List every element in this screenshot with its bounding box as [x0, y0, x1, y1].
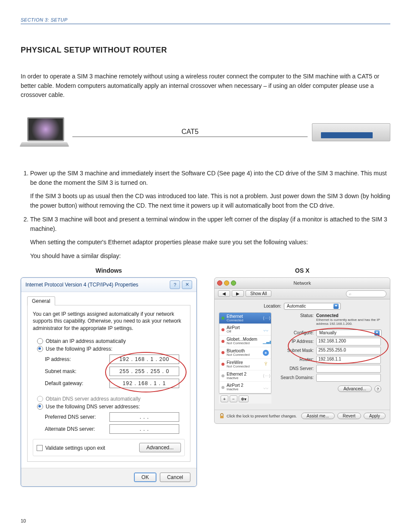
configure-select[interactable]: Manually: [316, 330, 382, 336]
osx-ip-label: IP Address:: [275, 339, 314, 344]
chevron-down-icon: [333, 304, 339, 309]
default-gateway-label: Default gateway:: [45, 380, 109, 386]
step-2-text-c: You should have a similar display:: [30, 252, 390, 261]
revert-button[interactable]: Revert: [337, 413, 361, 419]
windows-dialog-title: Internet Protocol Version 4 (TCP/IPv4) P…: [25, 282, 138, 288]
connection-diagram: CAT5: [21, 117, 390, 147]
osx-advanced-button[interactable]: Advanced...: [338, 386, 372, 392]
default-gateway-input[interactable]: 192 . 168 . 1 . 1: [109, 379, 179, 388]
step-2-text-a: The SIM 3 machine will boot and present …: [30, 216, 387, 232]
radio-auto-ip[interactable]: Obtain an IP address automatically: [37, 338, 185, 344]
validate-label: Validate settings upon exit: [45, 445, 105, 451]
firewire-icon: Ÿ: [263, 362, 269, 367]
gear-menu-button[interactable]: ✻▾: [239, 395, 249, 402]
sidebar-item-sub: Not Connected: [227, 365, 261, 369]
validate-checkbox-row[interactable]: Validate settings upon exit: [37, 445, 105, 451]
lock-icon[interactable]: [219, 413, 225, 419]
osx-heading: OS X: [214, 267, 390, 274]
assist-me-button[interactable]: Assist me...: [301, 413, 335, 419]
sidebar-item-airport[interactable]: AirPort Off ⌵⌵: [219, 324, 271, 336]
sidebar-item-sub: Off: [227, 330, 261, 334]
configure-label: Configure:: [275, 330, 314, 335]
step-2: The SIM 3 machine will boot and present …: [30, 215, 390, 261]
sidebar-item-modem[interactable]: Globet...Modem Not Connected ▁▃▅: [219, 336, 271, 347]
preferred-dns-input[interactable]: . . .: [109, 412, 179, 422]
intro-paragraph: In order to operate a SIM 3 machine remo…: [21, 72, 390, 100]
osx-dns-label: DNS Server:: [275, 366, 314, 371]
radio-icon: [37, 338, 43, 344]
status-dot-icon: [221, 363, 224, 366]
osx-ip-input[interactable]: 192.168.1.200: [316, 338, 381, 345]
windows-heading: Windows: [21, 267, 197, 274]
sidebar-item-bluetooth[interactable]: Bluetooth Not Connected ∗: [219, 347, 271, 359]
osx-window-title: Network: [215, 280, 390, 286]
sidebar-item-ethernet2[interactable]: Ethernet 2 Inactive ⟨⋯⟩: [219, 370, 271, 382]
radio-use-ip-label: Use the following IP address:: [46, 346, 112, 352]
ok-button[interactable]: OK: [134, 473, 156, 482]
alternate-dns-input[interactable]: . . .: [109, 424, 179, 434]
tab-general[interactable]: General: [27, 296, 55, 305]
osx-router-label: Router:: [275, 357, 314, 362]
radio-use-ip[interactable]: Use the following IP address:: [37, 346, 185, 352]
sidebar-item-sub: Connected: [227, 319, 261, 323]
search-icon: ⌕: [349, 292, 351, 296]
sidebar-item-firewire[interactable]: FireWire Not Connected Ÿ: [219, 359, 271, 370]
bluetooth-icon: ∗: [263, 350, 269, 356]
osx-sidebar: Ethernet Connected ⟨⋯⟩ AirPort Off: [219, 312, 271, 394]
signal-icon: ▁▃▅: [263, 339, 269, 344]
osx-dns-input[interactable]: [316, 365, 381, 373]
step-2-text-b: When setting the computer's Ethernet ada…: [30, 238, 390, 247]
cancel-button[interactable]: Cancel: [160, 473, 190, 482]
ethernet-icon: ⟨⋯⟩: [263, 373, 269, 378]
radio-icon: [37, 396, 43, 402]
osx-search-domains-input[interactable]: [316, 374, 381, 382]
ip-address-label: IP address:: [45, 356, 109, 362]
sim3-device-icon: [312, 123, 390, 141]
sidebar-item-sub: Not Connected: [227, 342, 261, 345]
windows-column: Windows Internet Protocol Version 4 (TCP…: [21, 267, 197, 487]
page-title: PHYSICAL SETUP WITHOUT ROUTER: [21, 46, 390, 55]
sidebar-item-ethernet[interactable]: Ethernet Connected ⟨⋯⟩: [219, 313, 271, 324]
location-select[interactable]: Automatic: [284, 303, 341, 310]
osx-router-input[interactable]: 192.168.1.1: [316, 356, 381, 364]
radio-use-dns-label: Use the following DNS server addresses:: [46, 404, 140, 410]
osx-titlebar: Network: [215, 278, 390, 289]
osx-subnet-input[interactable]: 255.255.255.0: [316, 347, 381, 355]
sidebar-item-sub: Not Connected: [227, 353, 261, 357]
add-interface-button[interactable]: +: [221, 395, 228, 402]
status-label: Status:: [275, 313, 314, 318]
subnet-mask-label: Subnet mask:: [45, 368, 109, 374]
show-all-button[interactable]: Show All: [246, 290, 271, 297]
status-dot-icon: [221, 317, 224, 320]
close-icon[interactable]: ✕: [182, 280, 192, 289]
preferred-dns-label: Preferred DNS server:: [45, 414, 109, 420]
step-1: Power up the SIM 3 machine and immediate…: [30, 169, 390, 211]
steps-list: Power up the SIM 3 machine and immediate…: [21, 169, 390, 261]
svg-rect-0: [220, 416, 224, 418]
nav-forward-button[interactable]: ▶: [232, 290, 244, 297]
help-icon[interactable]: ?: [170, 280, 180, 289]
osx-column: OS X Network ◀ ▶ Show All ⌕ Lo: [214, 267, 390, 487]
section-header: SECTION 3: SETUP: [21, 17, 390, 24]
chevron-down-icon: [374, 330, 380, 336]
radio-use-dns[interactable]: Use the following DNS server addresses:: [37, 404, 185, 410]
sidebar-item-sub: Inactive: [227, 376, 261, 380]
radio-icon-selected: [37, 404, 43, 410]
radio-auto-dns-label: Obtain DNS server address automatically: [46, 396, 140, 402]
nav-back-button[interactable]: ◀: [218, 290, 230, 297]
lock-text: Click the lock to prevent further change…: [227, 414, 301, 418]
ip-address-input[interactable]: 192 . 168 . 1 . 200: [109, 355, 179, 364]
search-input[interactable]: ⌕: [346, 290, 386, 297]
subnet-mask-input[interactable]: 255 . 255 . 255 . 0: [109, 367, 179, 376]
remove-interface-button[interactable]: −: [230, 395, 237, 402]
help-icon[interactable]: ?: [374, 386, 381, 392]
advanced-button[interactable]: Advanced...: [139, 443, 181, 452]
apply-button[interactable]: Apply: [364, 413, 386, 419]
windows-dialog: Internet Protocol Version 4 (TCP/IPv4) P…: [21, 277, 197, 487]
wifi-icon: ⌵⌵: [263, 327, 269, 332]
osx-subnet-label: Subnet Mask:: [275, 348, 314, 353]
status-subtext: Ethernet is currently active and has the…: [316, 318, 386, 326]
status-dot-icon: [221, 386, 224, 389]
sidebar-item-airport2[interactable]: AirPort 2 Inactive ⌵⌵: [219, 382, 271, 393]
status-dot-icon: [221, 374, 224, 377]
